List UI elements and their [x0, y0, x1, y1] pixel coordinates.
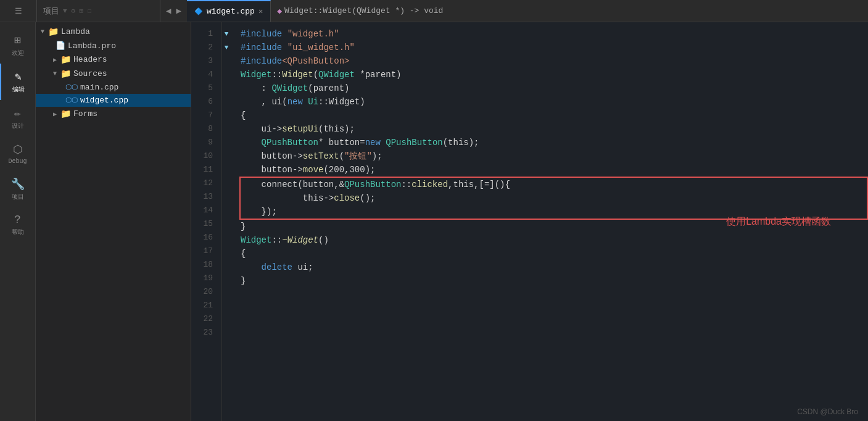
nav-back-btn[interactable]: ◀: [164, 4, 173, 17]
code-line-3: #include<QPushButton>: [241, 54, 868, 68]
code-line-14: this->close();: [241, 191, 862, 205]
code-area-wrapper: 12345 678910 1112131415 1617181920 21222…: [191, 22, 868, 421]
app-menu[interactable]: ☰: [0, 0, 37, 22]
tree-item-main-cpp[interactable]: ⬡⬡ main.cpp: [36, 81, 191, 94]
code-line-16: }: [241, 220, 868, 233]
nav-arrows: ◀ ▶: [160, 4, 187, 17]
tree-arrow-sources: ▼: [53, 70, 57, 77]
file-tree: ▼ 📁 Lambda 📄 Lambda.pro ▶ 📁 Headers ▼ 📁 …: [36, 22, 191, 421]
code-line-9: QPushButton* button=new QPushButton(this…: [241, 136, 868, 149]
folder-icon-headers: 📁: [60, 54, 71, 65]
breadcrumb-icon: ◆: [277, 6, 282, 16]
watermark: CSDN @Duck Bro: [797, 407, 858, 416]
tab-file-icon: 🔷: [194, 7, 203, 15]
nav-forward-btn[interactable]: ▶: [174, 4, 183, 17]
design-label: 设计: [12, 122, 24, 130]
breadcrumb: ◆ Widget::Widget(QWidget *) -> void: [271, 6, 449, 16]
debug-label: Debug: [8, 158, 27, 165]
code-line-4: Widget::Widget(QWidget *parent): [241, 68, 868, 81]
code-line-5: : QWidget(parent): [241, 81, 868, 95]
help-icon: ?: [14, 214, 21, 226]
sidebar-item-welcome[interactable]: ⊞ 欢迎: [0, 27, 35, 64]
tab-label: widget.cpp: [207, 7, 255, 16]
folder-icon-lambda: 📁: [48, 27, 59, 37]
tree-item-forms[interactable]: ▶ 📁 Forms: [36, 107, 191, 121]
code-line-18: Widget::~Widget(): [241, 233, 868, 247]
tree-label-forms: Forms: [73, 109, 97, 119]
main-content: ⊞ 欢迎 ✎ 编辑 ✏ 设计 ⬡ Debug 🔧 项目 ? 帮助 ▼ 📁 La: [0, 22, 868, 421]
tree-item-widget-cpp[interactable]: ⬡⬡ widget.cpp: [36, 94, 191, 107]
tree-label-main-cpp: main.cpp: [80, 83, 118, 92]
tab-bar: ◀ ▶ 🔷 widget.cpp ✕ ◆ Widget::Widget(QWid…: [160, 0, 868, 22]
code-line-20: delete ui;: [241, 261, 868, 274]
highlight-bot: });: [239, 205, 868, 220]
code-line-11: button->move(200,300);: [241, 163, 868, 177]
tree-item-headers[interactable]: ▶ 📁 Headers: [36, 52, 191, 67]
design-icon: ✏: [14, 106, 21, 120]
tree-label-headers: Headers: [73, 55, 107, 64]
tree-label-lambda-pro: Lambda.pro: [68, 41, 116, 51]
file-icon-main-cpp: ⬡⬡: [65, 83, 78, 92]
edit-icon: ✎: [15, 70, 22, 83]
code-line-21: }: [241, 274, 868, 288]
tab-widget-cpp[interactable]: 🔷 widget.cpp ✕: [187, 0, 271, 22]
tree-arrow-headers: ▶: [53, 56, 57, 64]
code-editor[interactable]: 12345 678910 1112131415 1617181920 21222…: [191, 22, 868, 421]
sidebar-item-help[interactable]: ? 帮助: [0, 207, 35, 243]
dropdown-icons: ▼ ⚙ ⊞ ☐: [63, 7, 91, 15]
project-label: 项目: [43, 6, 59, 17]
folder-icon-sources: 📁: [60, 69, 71, 79]
project-section: 项目 ▼ ⚙ ⊞ ☐: [37, 0, 160, 22]
sidebar-item-debug[interactable]: ⬡ Debug: [0, 136, 35, 171]
edit-label: 编辑: [12, 85, 25, 94]
code-line-2: #include "ui_widget.h": [241, 41, 868, 54]
destructor-fn: ~Widget: [282, 235, 318, 245]
tree-arrow-lambda: ▼: [41, 28, 44, 35]
gutter-arrows: ▼ ▼: [222, 22, 231, 421]
sidebar-item-design[interactable]: ✏ 设计: [0, 100, 35, 136]
menu-icon: ☰: [15, 6, 22, 16]
tab-close-btn[interactable]: ✕: [258, 7, 263, 16]
tree-item-sources[interactable]: ▼ 📁 Sources: [36, 67, 191, 81]
sidebar-item-project[interactable]: 🔧 项目: [0, 171, 35, 207]
welcome-icon: ⊞: [14, 33, 21, 47]
highlight-mid: this->close();: [239, 191, 868, 205]
file-icon-widget-cpp: ⬡⬡: [65, 96, 78, 105]
code-line-13: connect(button,&QPushButton::clicked,thi…: [241, 178, 862, 191]
tree-label-lambda: Lambda: [61, 27, 90, 36]
tree-label-widget-cpp: widget.cpp: [80, 96, 128, 105]
code-line-19: {: [241, 247, 868, 261]
highlight-top: connect(button,&QPushButton::clicked,thi…: [239, 177, 868, 191]
sidebar-icons: ⊞ 欢迎 ✎ 编辑 ✏ 设计 ⬡ Debug 🔧 项目 ? 帮助: [0, 22, 36, 421]
line-numbers: 12345 678910 1112131415 1617181920 21222…: [191, 22, 222, 421]
sidebar-item-edit[interactable]: ✎ 编辑: [0, 64, 35, 100]
tree-item-lambda-pro[interactable]: 📄 Lambda.pro: [36, 39, 191, 52]
code-line-15: });: [241, 205, 862, 219]
project-icon: 🔧: [11, 177, 25, 191]
top-bar: ☰ 项目 ▼ ⚙ ⊞ ☐ ◀ ▶ 🔷 widget.cpp ✕ ◆ Widget…: [0, 0, 868, 22]
help-label: 帮助: [12, 228, 24, 236]
code-line-10: button->setText("按钮");: [241, 149, 868, 163]
project-label: 项目: [12, 193, 24, 201]
debug-icon: ⬡: [13, 143, 23, 156]
code-line-6: , ui(new Ui::Widget): [241, 95, 868, 109]
tree-label-sources: Sources: [73, 69, 107, 78]
code-content: 12345 678910 1112131415 1617181920 21222…: [191, 22, 868, 421]
file-icon-lambda-pro: 📄: [56, 41, 65, 51]
folder-icon-forms: 📁: [60, 109, 71, 119]
code-line-7: {: [241, 109, 868, 122]
code-line-8: ui->setupUi(this);: [241, 122, 868, 136]
welcome-label: 欢迎: [12, 49, 24, 57]
code-lines: #include "widget.h" #include "ui_widget.…: [231, 22, 868, 421]
tree-root-lambda[interactable]: ▼ 📁 Lambda: [36, 25, 191, 39]
code-line-1: #include "widget.h": [241, 27, 868, 41]
tree-arrow-forms: ▶: [53, 110, 57, 118]
breadcrumb-text: Widget::Widget(QWidget *) -> void: [284, 6, 443, 15]
